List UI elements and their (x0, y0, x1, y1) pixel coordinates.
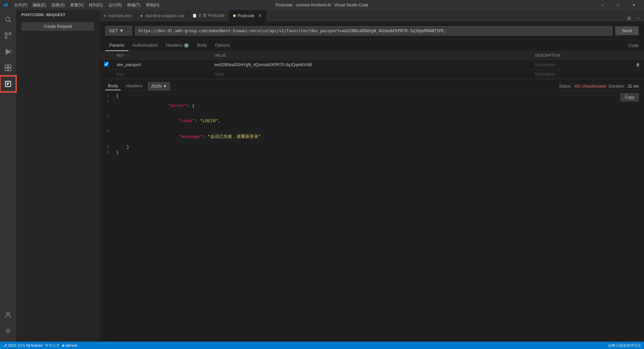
tabnine-status: ◈ tabnine (62, 343, 77, 348)
tab-postcode-label: Postcode (238, 13, 255, 18)
svg-rect-10 (8, 68, 11, 71)
tab-authorization[interactable]: Authorization (128, 40, 162, 51)
send-button[interactable]: Send (615, 26, 639, 35)
status-label: Status: (559, 84, 572, 89)
split-editor-icon[interactable]: ⊞ (626, 15, 633, 21)
menu-select[interactable]: 选择(S) (49, 2, 67, 9)
git-branch[interactable]: ⎇ 2021-12-1-hjt-feature (3, 343, 43, 348)
code-line-3: 3 "code": "LOGIN", (100, 113, 644, 129)
col-checkbox (100, 51, 113, 60)
activity-item-run[interactable] (0, 44, 16, 60)
response-tabs: Body Headers JSON ▼ Status: 401 Unauthor… (100, 79, 644, 91)
menu-file[interactable]: 文件(F) (12, 2, 29, 9)
activity-item-account[interactable] (0, 307, 16, 323)
param-key-cell: dev_passport (113, 60, 210, 70)
svg-marker-5 (6, 49, 10, 55)
menu-goto[interactable]: 转到(G) (87, 2, 105, 9)
window-title: Postcode - cosmos-frontend-dt - Visual S… (276, 3, 369, 7)
svg-point-4 (5, 37, 7, 39)
url-input[interactable] (135, 26, 612, 36)
new-param-key-cell[interactable]: Key (113, 70, 210, 79)
code-lines: 1 { 2 "error": { 3 (100, 93, 644, 155)
line-content-4: "message": "会话已失效，请重新登录" (113, 129, 644, 145)
svg-rect-7 (5, 65, 8, 67)
response-section: Body Headers JSON ▼ Status: 401 Unauthor… (100, 79, 644, 342)
row-checkbox-cell[interactable] (100, 60, 113, 70)
svg-point-2 (5, 33, 7, 35)
activity-item-postcode[interactable] (0, 76, 16, 92)
svg-point-16 (7, 330, 9, 332)
params-section: Params Authorization Headers4 Body Optio… (100, 40, 644, 79)
tab-close-icon[interactable]: ✕ (258, 13, 262, 18)
line-content-5: } (113, 145, 644, 150)
response-format-selector[interactable]: JSON ▼ (148, 82, 170, 90)
create-request-button[interactable]: Create Request (21, 22, 94, 31)
copyright-text: @稀土掘金技术社区 (608, 343, 641, 348)
code-line-4: 4 "message": "会话已失效，请重新登录" (100, 129, 644, 145)
less-icon: ■ (104, 14, 106, 17)
line-num-2: 2 (100, 98, 113, 113)
minimize-button[interactable]: ─ (595, 0, 610, 10)
line-num-1: 1 (100, 93, 113, 98)
menu-help[interactable]: 帮助(H) (144, 2, 162, 9)
status-bar: ⎇ 2021-12-1-hjt-feature ↻ 0 ⚠ 0 ◈ tabnin… (0, 342, 644, 349)
params-tabs: Params Authorization Headers4 Body Optio… (100, 40, 644, 51)
menu-edit[interactable]: 编辑(E) (31, 2, 48, 9)
format-label: JSON (151, 84, 162, 89)
param-delete-cell[interactable]: 🗑 (632, 60, 644, 70)
tab-headers[interactable]: Headers4 (162, 40, 193, 51)
col-delete (632, 51, 644, 60)
status-code: 401 Unauthorized (574, 84, 606, 89)
line-num-6: 6 (100, 150, 113, 155)
svg-rect-8 (8, 65, 11, 67)
activity-item-settings[interactable] (0, 323, 16, 339)
activity-item-extensions[interactable] (0, 60, 16, 76)
tab-postcode[interactable]: Postcode ✕ (229, 10, 266, 21)
code-link[interactable]: Code (628, 43, 639, 48)
line-num-4: 4 (100, 129, 113, 145)
line-content-3: "code": "LOGIN", (113, 113, 644, 129)
menu-run[interactable]: 运行(R) (106, 2, 124, 9)
activity-bar (0, 10, 16, 342)
activity-item-source-control[interactable] (0, 28, 16, 44)
tab-less[interactable]: ■ real-time.less (100, 10, 136, 21)
method-selector[interactable]: GET ▼ (105, 26, 132, 36)
maximize-button[interactable]: □ (610, 0, 626, 10)
menu-terminal[interactable]: 终端(T) (125, 2, 142, 9)
code-line-5: 5 } (100, 145, 644, 150)
tab-postcode-ext-label: 扩展 Postcode (199, 13, 224, 18)
tab-bar-actions: ⊞ ⋯ (626, 15, 644, 21)
tab-vue[interactable]: ◆ real-time-analysis.vue (136, 10, 189, 21)
duration-label: Duration: (609, 84, 625, 89)
menu-view[interactable]: 查看(V) (68, 2, 86, 9)
response-tab-headers[interactable]: Headers (123, 82, 145, 90)
tab-postcode-ext[interactable]: 📄 扩展 Postcode (189, 10, 229, 21)
editor-content: GET ▼ Send Params Authorization Headers4… (100, 22, 644, 342)
new-param-value-cell[interactable]: Value (210, 70, 531, 79)
status-info: Status: 401 Unauthorized Duration: 31 ms (559, 84, 639, 89)
tab-params[interactable]: Params (105, 40, 128, 51)
new-row-checkbox-cell (100, 70, 113, 79)
sidebar: POSTCODE: REQUEST Create Request (16, 10, 100, 342)
more-actions-icon[interactable]: ⋯ (634, 15, 641, 21)
status-left: ⎇ 2021-12-1-hjt-feature ↻ 0 ⚠ 0 ◈ tabnin… (3, 343, 77, 348)
row-checkbox[interactable] (104, 62, 109, 66)
svg-rect-9 (5, 68, 8, 71)
params-table: KEY VALUE DESCRIPTION dev_passport (100, 51, 644, 79)
line-content-2: "error": { (113, 98, 644, 113)
vscode-logo (3, 2, 8, 8)
col-key: KEY (113, 51, 210, 60)
response-code-view[interactable]: 1 { 2 "error": { 3 (100, 91, 644, 342)
close-button[interactable]: ✕ (626, 0, 641, 10)
tab-body[interactable]: Body (193, 40, 211, 51)
copy-button[interactable]: Copy (621, 93, 639, 101)
sidebar-title: POSTCODE: REQUEST (16, 10, 100, 19)
new-param-description-cell[interactable]: Description (531, 70, 632, 79)
code-line-6: 6 } (100, 150, 644, 155)
activity-item-search[interactable] (0, 11, 16, 28)
file-icon: 📄 (193, 14, 197, 17)
tab-options[interactable]: Options (211, 40, 234, 51)
response-tab-body[interactable]: Body (105, 82, 121, 90)
editor-area: ■ real-time.less ◆ real-time-analysis.vu… (100, 10, 644, 342)
line-num-3: 3 (100, 113, 113, 129)
